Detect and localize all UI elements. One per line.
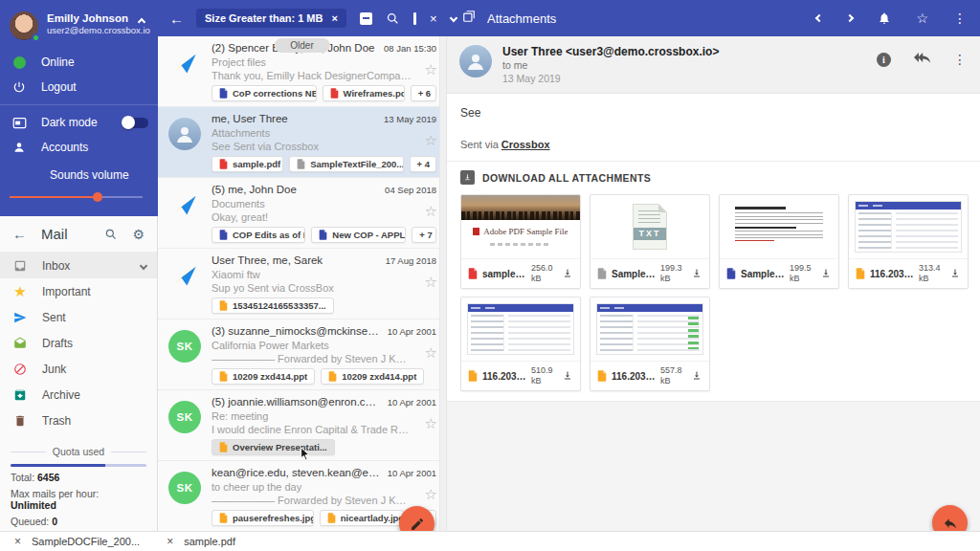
remove-filter-icon[interactable]: ×	[331, 12, 337, 24]
download-icon[interactable]	[691, 370, 702, 382]
volume-slider-knob[interactable]	[93, 192, 102, 202]
sidebar-item-sent[interactable]: Sent	[0, 304, 157, 330]
star-icon[interactable]: ☆	[425, 275, 437, 289]
more-attachments-chip[interactable]: + 4	[410, 156, 436, 172]
inbox-icon	[11, 259, 30, 273]
file-tab-label: SampleDOCFile_200...	[32, 536, 140, 547]
attachment-chip[interactable]: pauserefreshes.jpg	[212, 510, 314, 526]
attachment-card[interactable]: 116.203.63.82_5... 557.8kB	[590, 297, 710, 391]
sidebar-item-junk[interactable]: Junk	[0, 356, 157, 382]
attachment-card[interactable]: TXT SampleTextFile_20... 199.3kB	[590, 194, 710, 289]
download-icon	[460, 170, 475, 185]
star-icon[interactable]: ☆	[916, 11, 928, 26]
email-list-item[interactable]: User Three, me, Sarek17 Aug 2018 Xiaomi …	[158, 249, 446, 320]
chevron-down-icon[interactable]	[140, 261, 147, 269]
sender-avatar	[168, 259, 201, 292]
attachment-chip[interactable]: SampleTextFile_200...	[289, 156, 403, 172]
close-icon[interactable]: ×	[430, 11, 437, 26]
status-label: Online	[41, 55, 75, 69]
attachment-chip[interactable]: Wireframes.pdf	[323, 85, 405, 101]
attachment-chip[interactable]: Overview Presentati...	[212, 439, 335, 455]
close-icon[interactable]: ×	[14, 536, 21, 547]
dark-mode-item[interactable]: Dark mode	[0, 110, 158, 135]
sender-header: User Three <user3@demo.crossbox.io> to m…	[447, 36, 980, 94]
attachment-chip[interactable]: niceartlady.jpg	[320, 510, 404, 526]
sidebar-item-drafts[interactable]: Drafts	[0, 330, 157, 356]
crossbox-link[interactable]: Crossbox	[501, 139, 550, 150]
close-icon[interactable]: ×	[167, 536, 173, 547]
attachment-card[interactable]: 116.203.63.82_5... 510.9kB	[460, 297, 581, 391]
attachment-size: 256.0kB	[531, 263, 557, 284]
star-icon[interactable]: ☆	[425, 204, 437, 218]
attachment-chip[interactable]: CoP corrections NE...	[212, 85, 317, 101]
logout-item[interactable]: Logout	[0, 75, 158, 99]
list-scrollbar[interactable]	[439, 36, 446, 551]
kebab-menu-icon[interactable]: ⋮	[953, 11, 967, 26]
file-tab[interactable]: × sample.pdf	[167, 536, 235, 547]
power-icon	[10, 80, 29, 94]
reply-all-icon[interactable]	[914, 51, 930, 68]
quota-title: Quota used	[11, 446, 146, 457]
previous-email-icon[interactable]	[816, 15, 822, 21]
download-icon[interactable]	[562, 370, 573, 382]
mail-panel-title: Mail	[41, 226, 104, 242]
attachment-preview: TXT	[590, 195, 709, 259]
attachment-chip[interactable]: sample.pdf	[212, 156, 283, 172]
older-pill[interactable]: Older	[274, 38, 329, 53]
account-header[interactable]: Emilly Johnson user2@demo.crossbox.io	[0, 8, 158, 50]
back-icon[interactable]: ←	[166, 11, 188, 27]
reader-footer-area	[447, 401, 980, 551]
star-icon[interactable]: ☆	[425, 62, 437, 77]
sidebar-item-archive[interactable]: Archive	[0, 382, 157, 408]
email-subject: to cheer up the day	[212, 481, 436, 493]
attachment-card[interactable]: 116.203.63.82_5... 313.4kB	[848, 194, 969, 289]
more-attachments-chip[interactable]: + 7	[412, 227, 436, 243]
accounts-item[interactable]: Accounts	[0, 135, 158, 160]
chevron-down-icon[interactable]	[451, 15, 457, 21]
email-snippet: I would decline Enron Capital & Trade Re…	[212, 424, 436, 435]
download-icon[interactable]	[949, 268, 961, 279]
sidebar-item-inbox[interactable]: Inbox	[0, 253, 157, 278]
attachment-chip[interactable]: COP Edits as of May...	[212, 227, 305, 243]
sidebar-item-important[interactable]: ★ Important	[0, 278, 157, 304]
bell-icon[interactable]	[878, 11, 891, 25]
search-icon[interactable]	[104, 228, 118, 241]
star-icon[interactable]: ☆	[425, 487, 437, 501]
download-all-button[interactable]: DOWNLOAD ALL ATTACHMENTS	[447, 162, 980, 191]
email-list-item[interactable]: SK (3) suzanne_nimocks@mckinsey.com, sus…	[158, 320, 446, 390]
download-icon[interactable]	[820, 268, 832, 279]
attachment-chip[interactable]: 10209 zxd414.ppt	[212, 368, 315, 385]
status-online-item[interactable]: Online	[0, 50, 158, 75]
attachment-card[interactable]: Adobe PDF Sample File sample.pdf 256.0kB	[460, 194, 581, 289]
file-type-icon	[468, 268, 478, 279]
filter-chip[interactable]: Size Greater than: 1 MB ×	[196, 9, 346, 28]
star-icon[interactable]: ☆	[425, 345, 437, 360]
dark-mode-toggle[interactable]	[123, 118, 148, 128]
email-list-item-selected[interactable]: me, User Three13 May 2019 Attachments Se…	[158, 107, 446, 178]
info-icon[interactable]: i	[877, 53, 891, 67]
back-icon[interactable]: ←	[12, 226, 27, 242]
star-icon: ★	[11, 284, 30, 298]
star-icon[interactable]: ☆	[425, 416, 437, 430]
email-list-item[interactable]: SK (5) joannie.williamson@enron.com, chr…	[158, 390, 446, 461]
quota-rate: Max mails per hour: Unlimited	[11, 488, 146, 511]
next-email-icon[interactable]	[847, 15, 853, 21]
attachment-chip[interactable]: 10209 zxd414.ppt	[321, 368, 424, 385]
search-icon[interactable]	[386, 11, 400, 26]
attachment-size: 510.9kB	[531, 365, 557, 386]
select-all-checkbox[interactable]	[360, 12, 372, 25]
star-icon[interactable]: ☆	[425, 133, 437, 147]
sidebar-item-trash[interactable]: Trash	[0, 408, 157, 433]
attachment-card[interactable]: SampleDOCFile_... 199.5kB	[719, 194, 839, 289]
text-cursor-icon	[413, 12, 416, 25]
volume-slider[interactable]	[10, 191, 143, 203]
kebab-menu-icon[interactable]: ⋮	[953, 52, 967, 67]
more-attachments-chip[interactable]: + 6	[411, 85, 436, 101]
email-list-item[interactable]: (5) me, John Doe04 Sep 2018 Documents Ok…	[158, 178, 446, 249]
download-icon[interactable]	[562, 268, 573, 279]
attachment-chip[interactable]: 15345124165533357...	[212, 298, 334, 314]
file-tab[interactable]: × SampleDOCFile_200...	[14, 536, 140, 547]
download-icon[interactable]	[691, 268, 702, 279]
attachment-chip[interactable]: New COP - APPLICA...	[311, 227, 406, 243]
settings-gear-icon[interactable]: ⚙	[132, 227, 145, 242]
